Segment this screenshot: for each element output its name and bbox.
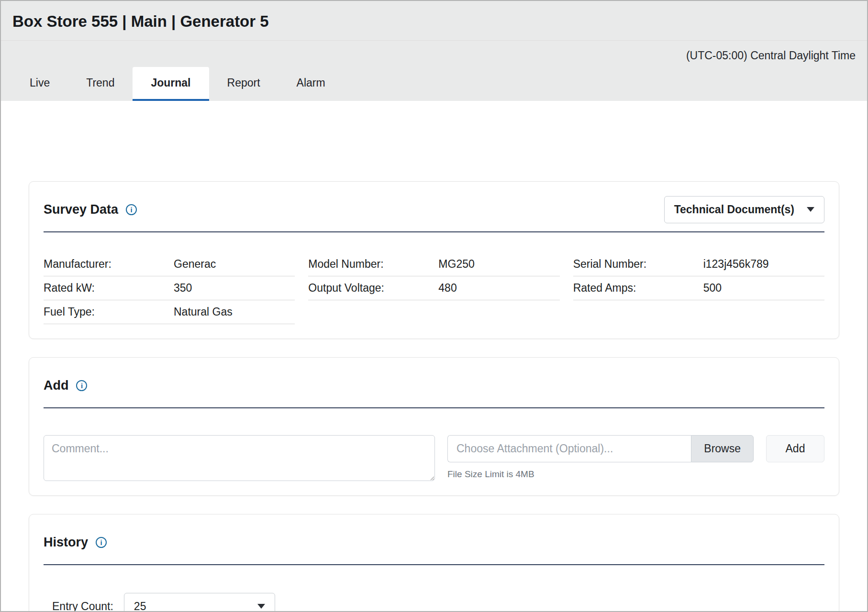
tab-live[interactable]: Live — [11, 67, 68, 101]
survey-field-output-voltage: Output Voltage: 480 — [308, 276, 559, 300]
tab-trend[interactable]: Trend — [68, 67, 133, 101]
tab-bar: Live Trend Journal Report Alarm — [1, 62, 867, 101]
chevron-down-icon — [807, 207, 814, 212]
page-title: Box Store 555 | Main | Generator 5 — [12, 12, 856, 31]
attachment-input-group: Browse — [447, 435, 754, 462]
field-label: Model Number: — [308, 258, 438, 271]
survey-card-head: Survey Data i Technical Document(s) — [44, 195, 824, 224]
file-size-note: File Size Limit is 4MB — [447, 469, 754, 480]
attachment-input[interactable] — [447, 435, 691, 462]
app-window: Box Store 555 | Main | Generator 5 (UTC-… — [0, 0, 868, 612]
survey-field-rated-kw: Rated kW: 350 — [44, 276, 295, 300]
section-divider — [44, 407, 824, 408]
chevron-down-icon — [257, 604, 265, 609]
add-button[interactable]: Add — [766, 435, 824, 462]
field-value: 350 — [174, 282, 192, 295]
survey-field-model-number: Model Number: MG250 — [308, 252, 559, 276]
add-form: Browse File Size Limit is 4MB Add — [44, 435, 824, 481]
history-card: History i Entry Count: 25 — [29, 514, 839, 612]
tab-alarm[interactable]: Alarm — [278, 67, 344, 101]
entry-count-row: Entry Count: 25 — [44, 593, 824, 612]
history-card-head: History i — [44, 528, 824, 557]
field-label: Rated kW: — [44, 282, 174, 295]
survey-empty-cell — [573, 300, 824, 324]
field-label: Serial Number: — [573, 258, 703, 271]
field-value: 500 — [703, 282, 722, 295]
field-value: i123j456k789 — [703, 258, 769, 271]
entry-count-select[interactable]: 25 — [124, 593, 275, 612]
field-value: Natural Gas — [174, 306, 233, 318]
info-icon[interactable]: i — [76, 380, 87, 391]
survey-field-fuel-type: Fuel Type: Natural Gas — [44, 300, 295, 324]
tab-report[interactable]: Report — [209, 67, 278, 101]
field-label: Output Voltage: — [308, 282, 438, 295]
section-divider — [44, 231, 824, 232]
history-title: History — [44, 535, 88, 550]
timezone-row: (UTC-05:00) Central Daylight Time — [1, 41, 867, 62]
comment-textarea[interactable] — [44, 435, 435, 481]
field-label: Rated Amps: — [573, 282, 703, 295]
header: Box Store 555 | Main | Generator 5 (UTC-… — [1, 1, 867, 101]
technical-documents-label: Technical Document(s) — [674, 203, 794, 216]
browse-button[interactable]: Browse — [691, 435, 754, 462]
technical-documents-dropdown[interactable]: Technical Document(s) — [664, 196, 824, 223]
add-card-head: Add i — [44, 371, 824, 400]
tab-journal[interactable]: Journal — [133, 67, 209, 101]
info-icon[interactable]: i — [96, 537, 107, 548]
survey-empty-cell — [308, 300, 559, 324]
field-value: 480 — [438, 282, 456, 295]
survey-fields-grid: Manufacturer: Generac Model Number: MG25… — [44, 252, 824, 324]
attachment-column: Browse File Size Limit is 4MB — [447, 435, 754, 480]
survey-field-manufacturer: Manufacturer: Generac — [44, 252, 295, 276]
field-label: Manufacturer: — [44, 258, 174, 271]
field-value: MG250 — [438, 258, 474, 271]
survey-title: Survey Data — [44, 202, 118, 217]
survey-field-serial-number: Serial Number: i123j456k789 — [573, 252, 824, 276]
title-bar: Box Store 555 | Main | Generator 5 — [1, 1, 867, 41]
survey-field-rated-amps: Rated Amps: 500 — [573, 276, 824, 300]
timezone-label: (UTC-05:00) Central Daylight Time — [686, 49, 856, 62]
add-card: Add i Browse File Size Limit is 4MB Add — [29, 357, 839, 496]
entry-count-value: 25 — [134, 600, 146, 612]
section-divider — [44, 564, 824, 565]
field-value: Generac — [174, 258, 216, 271]
survey-data-card: Survey Data i Technical Document(s) Manu… — [29, 181, 839, 339]
journal-content: Survey Data i Technical Document(s) Manu… — [1, 101, 867, 612]
info-icon[interactable]: i — [126, 204, 137, 215]
entry-count-label: Entry Count: — [52, 600, 113, 612]
add-title: Add — [44, 378, 68, 393]
field-label: Fuel Type: — [44, 306, 174, 318]
